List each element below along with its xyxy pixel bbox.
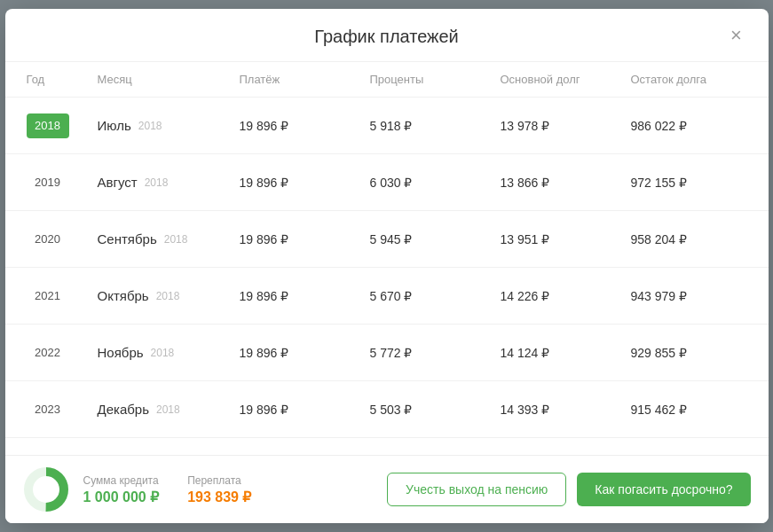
footer-stats: Сумма кредита 1 000 000 ₽ Переплата 193 … — [83, 474, 374, 505]
col-payment: Платёж — [233, 69, 363, 90]
overpay-label: Переплата — [187, 474, 251, 487]
table-row: 2019Август201819 896 ₽6 030 ₽13 866 ₽972… — [5, 153, 769, 210]
modal-footer: Сумма кредита 1 000 000 ₽ Переплата 193 … — [5, 455, 769, 523]
year-cell: 2023 — [20, 394, 91, 426]
month-year: 2018 — [164, 233, 188, 246]
year-badge: 2022 — [27, 340, 69, 365]
interest-cell: 5 670 ₽ — [363, 286, 493, 307]
principal-cell: 13 951 ₽ — [493, 229, 624, 250]
table-row: 2018Июль201819 896 ₽5 918 ₽13 978 ₽986 0… — [5, 97, 769, 153]
overpay-value: 193 839 ₽ — [187, 489, 251, 505]
interest-cell: 5 945 ₽ — [363, 229, 493, 250]
month-name: Декабрь — [98, 402, 149, 417]
credit-value: 1 000 000 ₽ — [83, 489, 160, 505]
month-year: 2018 — [145, 176, 169, 189]
col-principal: Основной долг — [493, 69, 624, 90]
payment-cell: 19 896 ₽ — [233, 172, 363, 193]
table-body[interactable]: 2018Июль201819 896 ₽5 918 ₽13 978 ₽986 0… — [5, 97, 769, 455]
principal-cell: 14 393 ₽ — [493, 399, 624, 420]
year-cell: 2021 — [20, 280, 91, 312]
principal-cell: 13 978 ₽ — [493, 115, 624, 137]
principal-cell: 14 124 ₽ — [493, 342, 624, 364]
month-name: Октябрь — [98, 288, 149, 303]
payment-cell: 19 896 ₽ — [233, 286, 363, 307]
month-year: 2018 — [156, 290, 180, 302]
remaining-cell: 986 022 ₽ — [624, 115, 754, 137]
month-name: Июль — [98, 118, 131, 133]
month-cell: Август2018 — [91, 171, 233, 193]
col-month: Месяц — [91, 69, 233, 90]
interest-cell: 5 503 ₽ — [363, 399, 493, 420]
table-row: 2021Октябрь201819 896 ₽5 670 ₽14 226 ₽94… — [5, 267, 769, 324]
month-year: 2018 — [151, 347, 175, 359]
month-cell: Декабрь2018 — [91, 398, 233, 420]
month-cell: Ноябрь2018 — [91, 341, 233, 364]
year-badge[interactable]: 2018 — [27, 113, 69, 138]
interest-cell: 5 918 ₽ — [363, 115, 493, 137]
month-cell: Июль2018 — [91, 114, 233, 137]
table-row: Январь201919 896 ₽5 598 ₽14 298 ₽901 164… — [5, 437, 769, 455]
col-interest: Проценты — [363, 69, 493, 90]
modal-header: График платежей × — [5, 9, 769, 62]
modal-overlay: График платежей × Год Месяц Платёж Проце… — [0, 0, 773, 532]
modal-title: График платежей — [314, 27, 459, 47]
principal-cell: 14 226 ₽ — [493, 286, 624, 307]
donut-chart — [23, 466, 69, 512]
credit-stat: Сумма кредита 1 000 000 ₽ — [83, 474, 160, 505]
year-badge: 2019 — [27, 170, 69, 195]
table-row: 2020Сентябрь201819 896 ₽5 945 ₽13 951 ₽9… — [5, 210, 769, 267]
year-badge: 2023 — [27, 397, 69, 422]
interest-cell: 6 030 ₽ — [363, 172, 493, 193]
principal-cell: 13 866 ₽ — [493, 172, 624, 193]
month-name: Август — [98, 175, 138, 190]
year-cell: 2022 — [20, 337, 91, 369]
retire-button[interactable]: Учесть выход на пенсию — [387, 473, 566, 506]
interest-cell: 5 772 ₽ — [363, 342, 493, 364]
remaining-cell: 929 855 ₽ — [624, 342, 754, 364]
credit-label: Сумма кредита — [83, 474, 160, 487]
overpay-stat: Переплата 193 839 ₽ — [187, 474, 251, 505]
month-name: Ноябрь — [98, 345, 144, 360]
col-year: Год — [20, 69, 91, 90]
year-cell: 2018 — [20, 110, 91, 142]
table-row: 2022Ноябрь201819 896 ₽5 772 ₽14 124 ₽929… — [5, 324, 769, 380]
year-badge: 2021 — [27, 284, 69, 309]
payment-cell: 19 896 ₽ — [233, 342, 363, 364]
year-cell: 2019 — [20, 167, 91, 199]
month-cell: Октябрь2018 — [91, 285, 233, 307]
payment-cell: 19 896 ₽ — [233, 115, 363, 137]
year-badge: 2020 — [27, 227, 69, 252]
remaining-cell: 915 462 ₽ — [624, 399, 754, 420]
month-year: 2018 — [138, 120, 162, 132]
payment-cell: 19 896 ₽ — [233, 229, 363, 250]
year-cell: 2020 — [20, 223, 91, 255]
remaining-cell: 972 155 ₽ — [624, 172, 754, 193]
close-button[interactable]: × — [722, 21, 751, 50]
month-cell: Сентябрь2018 — [91, 228, 233, 250]
table-header: Год Месяц Платёж Проценты Основной долг … — [5, 62, 769, 97]
footer-buttons: Учесть выход на пенсию Как погасить доср… — [387, 473, 750, 506]
remaining-cell: 943 979 ₽ — [624, 286, 754, 307]
month-name: Сентябрь — [98, 231, 157, 246]
payment-schedule-modal: График платежей × Год Месяц Платёж Проце… — [5, 9, 769, 523]
early-repay-button[interactable]: Как погасить досрочно? — [577, 473, 750, 506]
remaining-cell: 958 204 ₽ — [624, 229, 754, 250]
table-row: 2023Декабрь201819 896 ₽5 503 ₽14 393 ₽91… — [5, 380, 769, 437]
payment-cell: 19 896 ₽ — [233, 399, 363, 420]
month-year: 2018 — [156, 403, 180, 416]
col-remaining: Остаток долга — [624, 69, 754, 90]
